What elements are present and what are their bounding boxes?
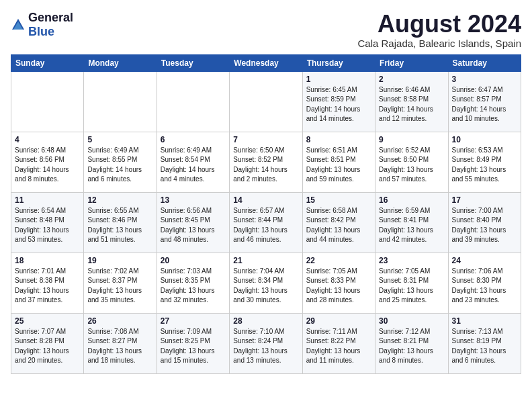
day-info: Sunrise: 6:50 AM Sunset: 8:52 PM Dayligh…	[233, 146, 298, 185]
day-info: Sunrise: 7:11 AM Sunset: 8:22 PM Dayligh…	[306, 327, 371, 366]
calendar-cell	[11, 71, 84, 132]
calendar-cell: 9Sunrise: 6:52 AM Sunset: 8:50 PM Daylig…	[375, 132, 448, 192]
day-number: 21	[233, 256, 298, 265]
calendar-cell: 4Sunrise: 6:48 AM Sunset: 8:56 PM Daylig…	[11, 132, 84, 192]
calendar-cell: 6Sunrise: 6:49 AM Sunset: 8:54 PM Daylig…	[157, 132, 229, 192]
day-header-sunday: Sunday	[11, 54, 84, 71]
day-number: 15	[306, 195, 371, 205]
day-info: Sunrise: 6:54 AM Sunset: 8:48 PM Dayligh…	[15, 206, 80, 245]
day-info: Sunrise: 6:47 AM Sunset: 8:57 PM Dayligh…	[452, 85, 517, 124]
calendar-cell: 5Sunrise: 6:49 AM Sunset: 8:55 PM Daylig…	[84, 132, 157, 192]
calendar-cell: 17Sunrise: 7:00 AM Sunset: 8:40 PM Dayli…	[448, 192, 521, 253]
day-header-friday: Friday	[375, 54, 448, 71]
day-number: 9	[379, 135, 444, 144]
calendar-cell: 12Sunrise: 6:55 AM Sunset: 8:46 PM Dayli…	[84, 192, 157, 253]
day-number: 4	[15, 135, 80, 144]
calendar-cell: 29Sunrise: 7:11 AM Sunset: 8:22 PM Dayli…	[302, 313, 375, 373]
day-number: 19	[87, 256, 152, 265]
calendar-cell: 8Sunrise: 6:51 AM Sunset: 8:51 PM Daylig…	[302, 132, 375, 192]
day-number: 22	[306, 256, 371, 265]
day-info: Sunrise: 7:07 AM Sunset: 8:28 PM Dayligh…	[15, 327, 80, 366]
calendar-cell: 26Sunrise: 7:08 AM Sunset: 8:27 PM Dayli…	[84, 313, 157, 373]
calendar-cell: 30Sunrise: 7:12 AM Sunset: 8:21 PM Dayli…	[375, 313, 448, 373]
day-info: Sunrise: 7:02 AM Sunset: 8:37 PM Dayligh…	[87, 267, 152, 306]
day-info: Sunrise: 7:06 AM Sunset: 8:30 PM Dayligh…	[452, 267, 517, 306]
day-info: Sunrise: 7:13 AM Sunset: 8:19 PM Dayligh…	[452, 327, 517, 366]
calendar-cell: 10Sunrise: 6:53 AM Sunset: 8:49 PM Dayli…	[448, 132, 521, 192]
day-number: 16	[379, 195, 444, 205]
day-info: Sunrise: 7:01 AM Sunset: 8:38 PM Dayligh…	[15, 267, 80, 306]
day-number: 25	[15, 316, 80, 326]
location-text: Cala Rajada, Balearic Islands, Spain	[358, 38, 521, 49]
day-info: Sunrise: 7:05 AM Sunset: 8:31 PM Dayligh…	[379, 267, 444, 306]
day-number: 29	[306, 316, 371, 326]
day-number: 8	[306, 135, 371, 144]
day-number: 2	[379, 75, 444, 84]
calendar-cell: 27Sunrise: 7:09 AM Sunset: 8:25 PM Dayli…	[157, 313, 229, 373]
calendar-table: SundayMondayTuesdayWednesdayThursdayFrid…	[11, 54, 521, 374]
logo-general-text: General	[28, 11, 73, 24]
calendar-cell: 11Sunrise: 6:54 AM Sunset: 8:48 PM Dayli…	[11, 192, 84, 253]
logo: General Blue	[11, 11, 73, 39]
day-info: Sunrise: 6:56 AM Sunset: 8:45 PM Dayligh…	[161, 206, 226, 245]
day-info: Sunrise: 7:09 AM Sunset: 8:25 PM Dayligh…	[161, 327, 226, 366]
calendar-cell: 16Sunrise: 6:59 AM Sunset: 8:41 PM Dayli…	[375, 192, 448, 253]
day-header-thursday: Thursday	[302, 54, 375, 71]
day-number: 31	[452, 316, 517, 326]
calendar-cell: 13Sunrise: 6:56 AM Sunset: 8:45 PM Dayli…	[157, 192, 229, 253]
day-number: 26	[87, 316, 152, 326]
page-header: General Blue August 2024 Cala Rajada, Ba…	[11, 11, 521, 49]
month-title: August 2024	[358, 11, 521, 38]
day-info: Sunrise: 6:57 AM Sunset: 8:44 PM Dayligh…	[233, 206, 298, 245]
logo-icon	[11, 17, 26, 32]
calendar-cell: 2Sunrise: 6:46 AM Sunset: 8:58 PM Daylig…	[375, 71, 448, 132]
day-number: 13	[161, 195, 226, 205]
calendar-cell: 21Sunrise: 7:04 AM Sunset: 8:34 PM Dayli…	[230, 253, 302, 313]
calendar-cell: 15Sunrise: 6:58 AM Sunset: 8:42 PM Dayli…	[302, 192, 375, 253]
calendar-cell: 24Sunrise: 7:06 AM Sunset: 8:30 PM Dayli…	[448, 253, 521, 313]
day-number: 12	[87, 195, 152, 205]
day-number: 24	[452, 256, 517, 265]
day-number: 23	[379, 256, 444, 265]
week-row: 4Sunrise: 6:48 AM Sunset: 8:56 PM Daylig…	[11, 132, 521, 192]
calendar-cell: 22Sunrise: 7:05 AM Sunset: 8:33 PM Dayli…	[302, 253, 375, 313]
day-number: 27	[161, 316, 226, 326]
calendar-cell: 14Sunrise: 6:57 AM Sunset: 8:44 PM Dayli…	[230, 192, 302, 253]
day-number: 10	[452, 135, 517, 144]
day-info: Sunrise: 6:49 AM Sunset: 8:55 PM Dayligh…	[87, 146, 152, 185]
calendar-cell: 25Sunrise: 7:07 AM Sunset: 8:28 PM Dayli…	[11, 313, 84, 373]
calendar-header-row: SundayMondayTuesdayWednesdayThursdayFrid…	[11, 54, 521, 71]
day-info: Sunrise: 7:00 AM Sunset: 8:40 PM Dayligh…	[452, 206, 517, 245]
day-number: 11	[15, 195, 80, 205]
title-block: August 2024 Cala Rajada, Balearic Island…	[358, 11, 521, 49]
day-number: 3	[452, 75, 517, 84]
day-info: Sunrise: 6:51 AM Sunset: 8:51 PM Dayligh…	[306, 146, 371, 185]
day-number: 20	[161, 256, 226, 265]
day-header-tuesday: Tuesday	[157, 54, 229, 71]
day-number: 30	[379, 316, 444, 326]
day-info: Sunrise: 6:48 AM Sunset: 8:56 PM Dayligh…	[15, 146, 80, 185]
day-header-monday: Monday	[84, 54, 157, 71]
day-info: Sunrise: 6:55 AM Sunset: 8:46 PM Dayligh…	[87, 206, 152, 245]
calendar-cell: 18Sunrise: 7:01 AM Sunset: 8:38 PM Dayli…	[11, 253, 84, 313]
day-number: 17	[452, 195, 517, 205]
day-info: Sunrise: 6:53 AM Sunset: 8:49 PM Dayligh…	[452, 146, 517, 185]
week-row: 1Sunrise: 6:45 AM Sunset: 8:59 PM Daylig…	[11, 71, 521, 132]
day-info: Sunrise: 7:12 AM Sunset: 8:21 PM Dayligh…	[379, 327, 444, 366]
week-row: 25Sunrise: 7:07 AM Sunset: 8:28 PM Dayli…	[11, 313, 521, 373]
day-info: Sunrise: 6:52 AM Sunset: 8:50 PM Dayligh…	[379, 146, 444, 185]
day-number: 18	[15, 256, 80, 265]
calendar-body: 1Sunrise: 6:45 AM Sunset: 8:59 PM Daylig…	[11, 71, 521, 373]
day-info: Sunrise: 7:03 AM Sunset: 8:35 PM Dayligh…	[161, 267, 226, 306]
day-header-wednesday: Wednesday	[230, 54, 302, 71]
day-info: Sunrise: 6:59 AM Sunset: 8:41 PM Dayligh…	[379, 206, 444, 245]
calendar-cell: 23Sunrise: 7:05 AM Sunset: 8:31 PM Dayli…	[375, 253, 448, 313]
day-number: 6	[161, 135, 226, 144]
day-number: 14	[233, 195, 298, 205]
day-number: 1	[306, 75, 371, 84]
calendar-cell: 1Sunrise: 6:45 AM Sunset: 8:59 PM Daylig…	[302, 71, 375, 132]
day-info: Sunrise: 6:49 AM Sunset: 8:54 PM Dayligh…	[161, 146, 226, 185]
calendar-cell: 3Sunrise: 6:47 AM Sunset: 8:57 PM Daylig…	[448, 71, 521, 132]
day-info: Sunrise: 7:10 AM Sunset: 8:24 PM Dayligh…	[233, 327, 298, 366]
day-info: Sunrise: 6:45 AM Sunset: 8:59 PM Dayligh…	[306, 85, 371, 124]
